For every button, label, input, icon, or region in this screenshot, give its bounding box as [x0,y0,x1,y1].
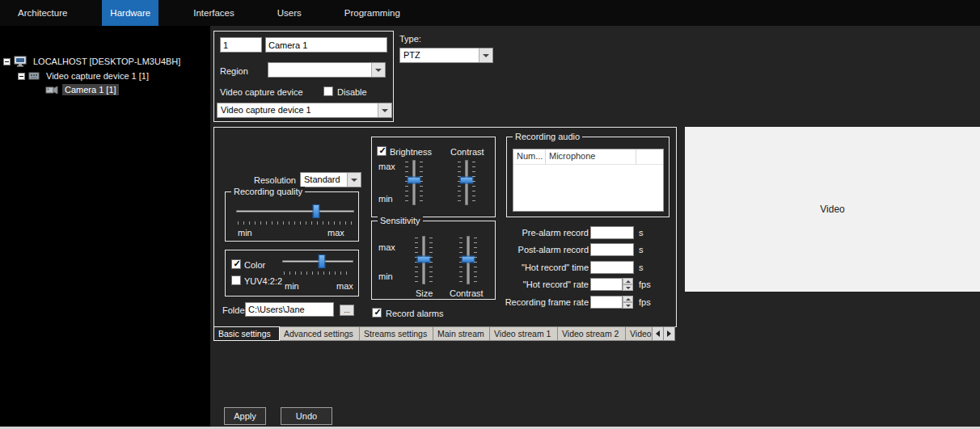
slider-thumb[interactable] [460,177,474,184]
type-label: Type: [399,34,421,44]
recording-quality-title: Recording quality [231,187,305,197]
chevron-down-icon[interactable] [371,63,385,77]
size-label: Size [416,288,433,298]
tree-item-label[interactable]: Video capture device 1 [1] [44,70,151,82]
tab-advanced-settings[interactable]: Advanced settings [280,326,360,341]
apply-button[interactable]: Apply [224,407,266,425]
camera-number-field[interactable] [220,37,262,53]
pre-alarm-unit: s [639,228,644,238]
folder-path-field[interactable] [245,302,334,317]
camera-icon [45,86,58,95]
tree-item-capture-device[interactable]: Video capture device 1 [1] [18,70,151,82]
hot-record-rate-spinner[interactable] [590,278,633,291]
type-dropdown[interactable]: PTZ [399,48,493,63]
recording-frame-rate-unit: fps [639,297,651,307]
slider-track[interactable] [236,210,354,212]
tab-interfaces[interactable]: Interfaces [185,0,243,26]
post-alarm-record-label: Post-alarm record [500,245,589,254]
hot-record-time-label: "Hot record" time [500,263,589,272]
slider-ticks [472,162,475,204]
tree-collapse-icon[interactable] [3,58,11,65]
tab-streams-settings[interactable]: Streams settings [360,326,433,341]
folder-label: Folder [222,305,247,315]
recording-quality-slider[interactable] [236,204,354,225]
region-dropdown-value [268,63,371,77]
slider-ticks [420,162,423,204]
slider-thumb[interactable] [462,255,475,263]
hot-record-rate-label: "Hot record" rate [500,280,589,289]
audio-sources-list[interactable]: Num... Microphone [513,149,664,212]
spinner-up-icon[interactable] [623,296,633,302]
spinner-down-icon[interactable] [623,284,633,291]
recording-frame-rate-spinner[interactable] [590,296,633,309]
camera-name-field[interactable] [265,37,387,53]
column-microphone: Microphone [546,149,636,164]
slider-thumb[interactable] [319,254,326,268]
video-preview-panel: Video [685,127,980,292]
tab-architecture[interactable]: Architecture [10,0,75,26]
resolution-dropdown[interactable]: Standard [300,172,361,187]
chevron-down-icon[interactable] [378,103,391,117]
record-alarms-label: Record alarms [386,309,444,318]
sensitivity-title: Sensitivity [378,216,423,226]
sensitivity-contrast-label: Contrast [450,288,484,298]
brightness-checkbox[interactable] [377,146,387,156]
contrast-slider[interactable] [457,160,476,205]
tab-basic-settings[interactable]: Basic settings [213,326,280,341]
app-window: Architecture Hardware Interfaces Users P… [0,0,980,429]
chevron-down-icon[interactable] [479,48,492,62]
tree-item-localhost[interactable]: LOCALHOST [DESKTOP-LM3U4BH] [3,56,183,67]
tree-collapse-icon[interactable] [18,73,25,80]
tab-users[interactable]: Users [269,0,310,26]
tab-hardware[interactable]: Hardware [102,0,158,26]
tab-scroll-left-icon[interactable] [653,326,664,341]
brightness-slider[interactable] [404,160,424,205]
column-num: Num... [513,149,546,164]
color-slider[interactable] [282,254,353,275]
sensitivity-contrast-slider[interactable] [458,236,478,284]
yuv-checkbox[interactable] [231,275,241,285]
tree-item-label[interactable]: LOCALHOST [DESKTOP-LM3U4BH] [31,56,183,67]
tab-video[interactable]: Video [626,326,653,341]
spinner-down-icon[interactable] [623,302,633,309]
hot-record-time-unit: s [639,263,644,272]
max-label: max [378,162,395,171]
min-label: min [378,271,393,281]
device-tree: LOCALHOST [DESKTOP-LM3U4BH] Video captur… [0,26,210,429]
tab-main-stream[interactable]: Main stream [433,326,490,341]
region-label: Region [220,66,248,76]
brightness-contrast-group: Brightness Contrast max min [371,137,496,217]
slider-thumb[interactable] [408,177,421,184]
color-checkbox[interactable] [231,259,241,269]
computer-icon [14,56,27,67]
video-preview-label: Video [820,204,844,215]
region-dropdown[interactable] [268,62,386,78]
hot-record-time-field[interactable] [590,261,634,274]
capture-device-dropdown[interactable]: Video capture device 1 [217,103,392,118]
tab-scroll-right-icon[interactable] [664,326,675,341]
disable-checkbox[interactable] [323,86,333,96]
min-label: min [285,281,299,291]
tab-programming[interactable]: Programming [336,0,408,26]
pre-alarm-record-field[interactable] [590,226,634,239]
tree-item-label[interactable]: Camera 1 [1] [62,84,119,95]
yuv-label: YUV4:2:2 [244,276,282,286]
post-alarm-record-field[interactable] [590,243,634,256]
tree-item-camera[interactable]: Camera 1 [1] [45,84,119,95]
chevron-down-icon[interactable] [347,173,361,187]
tab-video-stream-2[interactable]: Video stream 2 [558,326,626,341]
disable-label: Disable [337,87,367,97]
brightness-label: Brightness [390,147,432,157]
slider-thumb[interactable] [313,204,320,218]
slider-thumb[interactable] [417,255,431,263]
slider-ticks [474,238,477,283]
record-alarms-checkbox[interactable] [372,308,382,318]
sensitivity-size-slider[interactable] [414,236,433,284]
spinner-up-icon[interactable] [623,278,633,284]
recording-frame-rate-field[interactable] [590,296,623,309]
undo-button[interactable]: Undo [281,407,332,425]
video-capture-device-label: Video capture device [220,87,303,97]
tab-video-stream-1[interactable]: Video stream 1 [490,326,558,341]
hot-record-rate-field[interactable] [590,278,623,291]
browse-button[interactable]: ... [340,305,354,316]
